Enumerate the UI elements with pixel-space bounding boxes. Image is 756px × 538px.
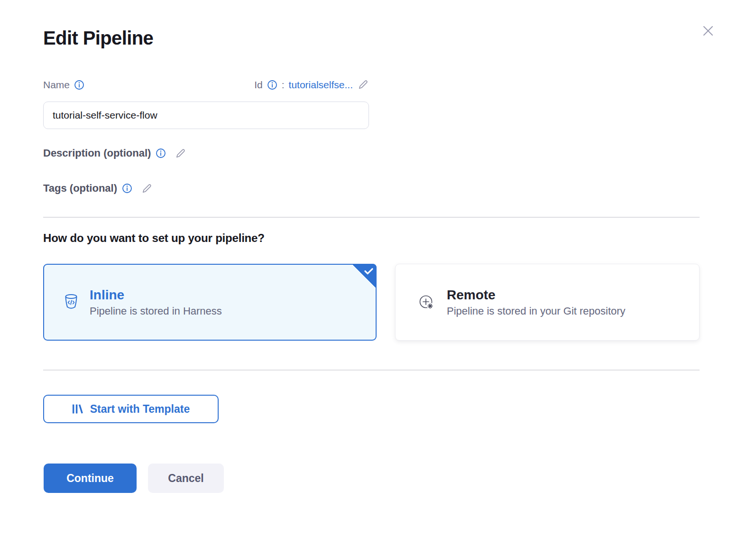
page-title: Edit Pipeline [43, 28, 153, 49]
id-label: Id [254, 79, 263, 91]
cancel-button[interactable]: Cancel [148, 464, 224, 493]
info-icon[interactable] [74, 80, 84, 90]
tags-label: Tags (optional) [43, 182, 117, 195]
edit-pipeline-dialog: Edit Pipeline Name Id : tutorialselfse..… [0, 0, 756, 538]
start-with-template-button[interactable]: Start with Template [43, 395, 219, 423]
remote-card-text: Remote Pipeline is stored in your Git re… [447, 288, 626, 317]
remote-card-title: Remote [447, 288, 626, 303]
template-library-icon [72, 403, 84, 415]
id-separator: : [282, 79, 285, 91]
tags-row: Tags (optional) [43, 182, 153, 195]
description-row: Description (optional) [43, 147, 186, 159]
close-icon [701, 23, 716, 38]
info-icon[interactable] [156, 148, 166, 158]
start-with-template-label: Start with Template [90, 403, 190, 416]
inline-card-description: Pipeline is stored in Harness [90, 305, 222, 317]
check-icon [364, 267, 374, 275]
info-icon[interactable] [122, 183, 132, 194]
divider [43, 217, 700, 218]
divider [43, 370, 700, 371]
inline-card-title: Inline [90, 288, 222, 303]
storage-option-cards: Inline Pipeline is stored in Harness [43, 264, 700, 341]
selected-badge [352, 264, 377, 288]
info-icon[interactable] [267, 80, 277, 90]
name-id-row: Name Id : tutorialselfse... [43, 79, 369, 91]
inline-card-text: Inline Pipeline is stored in Harness [90, 288, 222, 317]
name-label: Name [43, 79, 70, 91]
edit-description-icon[interactable] [175, 148, 186, 159]
pipeline-id-group: Id : tutorialselfse... [254, 79, 369, 91]
pipeline-id-value[interactable]: tutorialselfse... [289, 79, 353, 91]
remote-card-description: Pipeline is stored in your Git repositor… [447, 305, 626, 317]
inline-option-card[interactable]: Inline Pipeline is stored in Harness [43, 264, 377, 341]
edit-id-icon[interactable] [357, 79, 369, 91]
setup-question: How do you want to set up your pipeline? [43, 232, 265, 245]
remote-option-card[interactable]: Remote Pipeline is stored in your Git re… [395, 264, 700, 341]
description-label: Description (optional) [43, 147, 151, 159]
name-label-group: Name [43, 79, 84, 91]
inline-storage-icon [63, 293, 79, 312]
remote-storage-icon [417, 293, 435, 311]
edit-tags-icon[interactable] [141, 183, 153, 195]
pipeline-name-input[interactable] [43, 102, 369, 129]
continue-button[interactable]: Continue [44, 464, 137, 493]
close-button[interactable] [699, 22, 717, 40]
